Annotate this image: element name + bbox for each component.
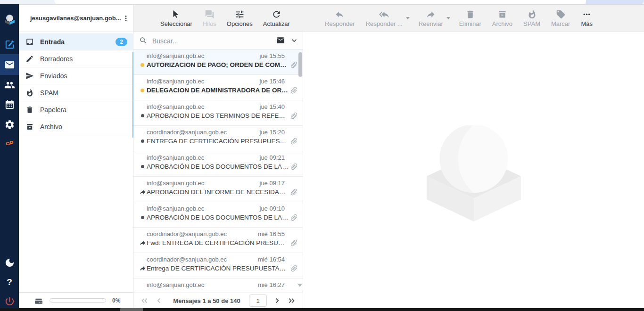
folder-label: Papelera: [40, 106, 127, 114]
message-row[interactable]: coordinador@sanjuan.gob.ecjue 15:20 ENTR…: [133, 126, 303, 151]
prev-page-button[interactable]: [153, 295, 165, 306]
folder-papelera[interactable]: Papelera: [19, 101, 133, 118]
reply-button[interactable]: Responder: [322, 9, 357, 27]
taskbar-settings[interactable]: [0, 115, 19, 134]
message-subject: APROBACIÓN DE LOS DOCUMENTOS DE LA…: [147, 163, 289, 170]
folder-borradores[interactable]: Borradores: [19, 50, 133, 67]
settings-gear-icon: [4, 119, 15, 130]
last-page-button[interactable]: [286, 295, 297, 306]
folder-label: SPAM: [40, 89, 127, 97]
options-button[interactable]: Opciones: [224, 9, 255, 27]
first-page-button[interactable]: [139, 295, 150, 306]
spam-button[interactable]: SPAM: [521, 9, 543, 27]
taskbar-mail[interactable]: [0, 54, 19, 75]
scrollbar-down-arrow[interactable]: [297, 284, 302, 287]
read-dot-icon[interactable]: [138, 165, 147, 168]
read-dot-icon[interactable]: [138, 139, 147, 143]
message-date: jue 09:21: [260, 154, 285, 161]
refresh-button[interactable]: Actualizar: [261, 9, 292, 27]
select-button[interactable]: Seleccionar: [158, 9, 195, 27]
threads-button[interactable]: Hilos: [200, 9, 219, 27]
message-subject: ENTREGA DE CERTIFICACIÓN PRESUPUEST…: [147, 138, 289, 145]
search-scope-button[interactable]: [275, 36, 286, 45]
message-date: mié 16:54: [258, 256, 285, 263]
folder-list: Entrada 2 Borradores Enviados SPAM Papel…: [19, 33, 133, 135]
message-row[interactable]: info@sanjuan.gob.ecmié 16:27: [133, 278, 303, 293]
folder-entrada[interactable]: Entrada 2: [19, 33, 133, 50]
search-options-button[interactable]: [289, 36, 299, 45]
message-row[interactable]: info@sanjuan.gob.ecjue 15:55 AUTORIZACIO…: [133, 49, 303, 75]
taskbar-help[interactable]: ?: [0, 273, 19, 292]
forward-button[interactable]: Reenviar: [416, 9, 451, 27]
message-subject: Fwd: ENTREGA DE CERTIFICACIÓN PRESUP…: [147, 239, 289, 246]
message-date: jue 15:46: [260, 78, 285, 85]
read-dot-icon[interactable]: [138, 114, 147, 117]
folder-spam[interactable]: SPAM: [19, 84, 133, 101]
page-number-input[interactable]: [249, 295, 267, 307]
folder-enviados[interactable]: Enviados: [19, 67, 133, 84]
dropdown-caret[interactable]: [406, 17, 410, 19]
quota-bar: 0%: [19, 292, 133, 308]
help-icon: ?: [7, 277, 12, 287]
next-page-button[interactable]: [272, 295, 283, 306]
scrollbar-thumb[interactable]: [298, 52, 302, 77]
forwarded-icon: [138, 188, 147, 196]
account-header[interactable]: jesusgavilanes@sanjuan.gob....: [19, 4, 133, 32]
folder-label: Entrada: [40, 38, 116, 46]
horizontal-scrollbar-thumb[interactable]: [120, 308, 143, 311]
taskbar-cpanel[interactable]: cP: [0, 135, 19, 150]
message-row[interactable]: info@sanjuan.gob.ecjue 15:46 DELEGACION …: [133, 75, 303, 100]
folder-archivo[interactable]: Archivo: [19, 118, 133, 135]
folder-label: Borradores: [40, 55, 127, 63]
message-row[interactable]: info@sanjuan.gob.ecjue 09:10 APROBACIÓN …: [133, 202, 303, 228]
browser-chrome-strip: [0, 0, 644, 4]
message-subject: AUTORIZACION DE PAGO; ORDEN DE COM…: [147, 61, 289, 68]
message-row[interactable]: coordinador@sanjuan.gob.ecmié 16:55 Fwd:…: [133, 228, 303, 253]
mark-button[interactable]: Marcar: [549, 9, 572, 27]
attachment-icon: [289, 163, 299, 171]
delete-button[interactable]: Eliminar: [457, 9, 484, 27]
archive-button[interactable]: Archivo: [490, 9, 515, 27]
attachment-icon: [289, 213, 299, 221]
archive-icon: [25, 123, 34, 131]
chevron-down-icon: [289, 36, 299, 45]
unread-dot-icon[interactable]: [138, 89, 147, 92]
message-sender: info@sanjuan.gob.ec: [147, 103, 204, 110]
horizontal-scrollbar[interactable]: [0, 308, 644, 311]
dropdown-caret[interactable]: [446, 17, 450, 19]
message-row[interactable]: info@sanjuan.gob.ecjue 15:40 APROBACION …: [133, 100, 303, 126]
compose-icon: [4, 39, 15, 50]
moon-icon: [4, 257, 15, 268]
taskbar-calendar[interactable]: [0, 95, 19, 115]
taskbar-dark-mode[interactable]: [0, 253, 19, 272]
trash-icon: [465, 9, 475, 19]
message-subject: Entrega DE CERTIFICACIÓN PRESUPUESTA…: [147, 265, 289, 272]
roundcube-logo-icon: [4, 14, 15, 25]
envelope-icon: [275, 36, 286, 45]
contacts-icon: [4, 80, 15, 90]
message-row[interactable]: info@sanjuan.gob.ecjue 09:21 APROBACIÓN …: [133, 151, 303, 177]
taskbar-compose[interactable]: [0, 34, 19, 54]
taskbar-contacts[interactable]: [0, 75, 19, 95]
message-list-pane: info@sanjuan.gob.ecjue 15:55 AUTORIZACIO…: [133, 32, 303, 308]
read-dot-icon[interactable]: [138, 216, 147, 219]
taskbar-logout[interactable]: [0, 292, 19, 311]
pane-splitter[interactable]: [132, 52, 133, 138]
send-icon: [25, 72, 34, 80]
forward-icon: [426, 9, 436, 19]
account-menu-button[interactable]: [121, 13, 131, 24]
folder-label: Enviados: [40, 72, 127, 80]
attachment-icon: [289, 86, 299, 94]
search-input[interactable]: [151, 34, 257, 48]
taskbar: cP ?: [0, 4, 19, 308]
message-date: jue 15:40: [260, 103, 285, 110]
message-row[interactable]: coordinador@sanjuan.gob.ecmié 16:54 Entr…: [133, 253, 303, 278]
message-sender: coordinador@sanjuan.gob.ec: [147, 230, 227, 237]
message-date: jue 15:55: [260, 52, 285, 59]
more-button[interactable]: Más: [578, 9, 595, 27]
roundcube-logo: [0, 7, 19, 32]
attachment-icon: [289, 61, 299, 69]
unread-dot-icon[interactable]: [138, 63, 147, 67]
reply-all-button[interactable]: Responder ...: [363, 9, 410, 27]
message-row[interactable]: info@sanjuan.gob.ecjue 09:17 APROBACION …: [133, 177, 303, 202]
